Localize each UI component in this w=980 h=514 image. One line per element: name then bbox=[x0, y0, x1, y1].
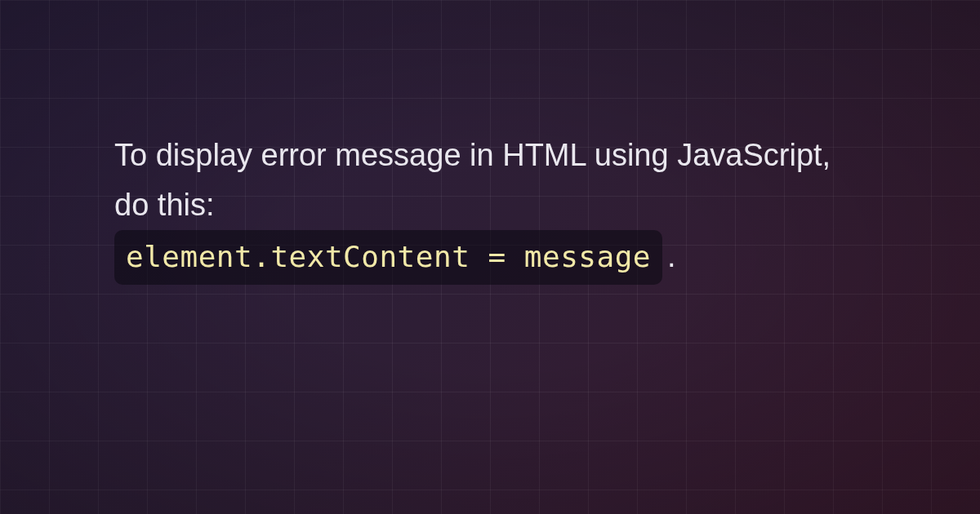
main-content: To display error message in HTML using J… bbox=[0, 0, 980, 285]
code-snippet: element.textContent = message bbox=[114, 230, 662, 286]
intro-text: To display error message in HTML using J… bbox=[114, 138, 831, 222]
trailing-period: . bbox=[667, 239, 676, 273]
